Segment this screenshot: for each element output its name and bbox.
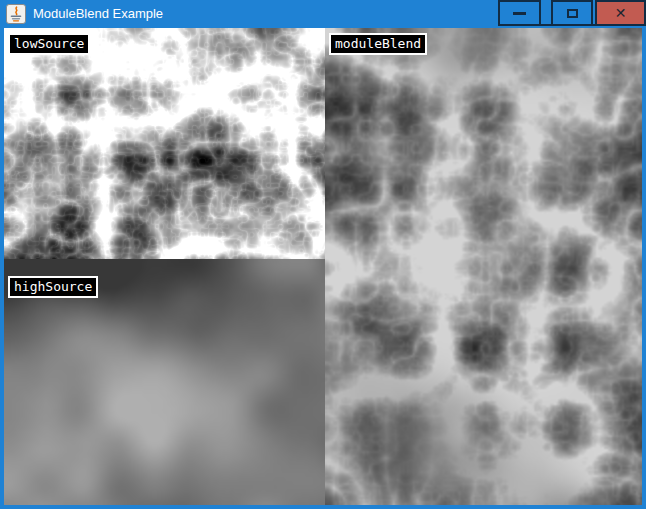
render-area: lowSource moduleBlend highSource	[4, 28, 642, 505]
window-controls: ✕	[498, 0, 646, 26]
titlebar[interactable]: ModuleBlend Example ✕	[0, 0, 646, 28]
java-app-icon	[6, 4, 26, 24]
close-button[interactable]: ✕	[595, 0, 646, 24]
lowsource-texture	[4, 28, 325, 259]
minimize-button[interactable]	[498, 0, 541, 24]
app-window: ModuleBlend Example ✕ lowSource moduleBl…	[0, 0, 646, 509]
moduleblend-texture	[325, 28, 642, 505]
minimize-icon	[513, 12, 526, 15]
label-highsource: highSource	[8, 276, 98, 298]
close-icon: ✕	[615, 6, 627, 20]
label-lowsource: lowSource	[8, 33, 90, 55]
maximize-button[interactable]	[551, 0, 593, 24]
maximize-icon	[567, 9, 578, 18]
window-title: ModuleBlend Example	[33, 0, 163, 27]
label-moduleblend: moduleBlend	[329, 33, 427, 55]
